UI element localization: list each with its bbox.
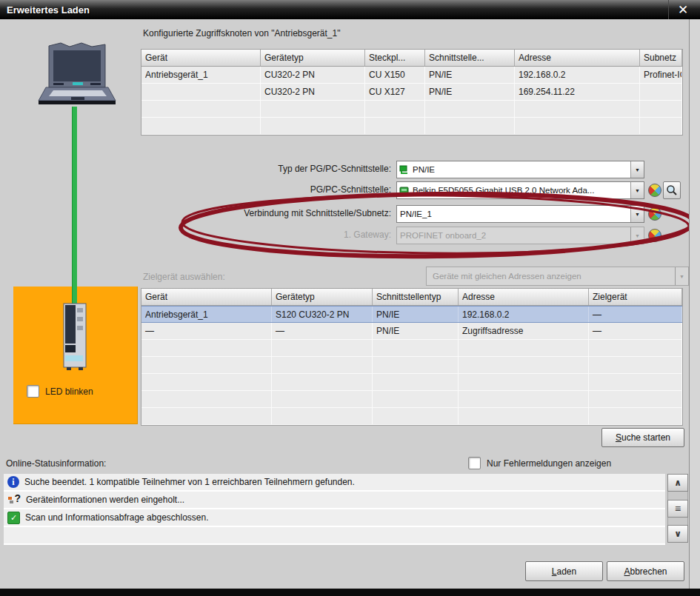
table-row-empty xyxy=(141,408,682,425)
gateway-value: PROFINET onboard_2 xyxy=(397,231,630,240)
gateway-label: 1. Gateway: xyxy=(141,230,391,240)
cell-adresse: Zugriffsadresse xyxy=(459,323,589,339)
table-row-selected[interactable]: Antriebsgerät_1 S120 CU320-2 PN PN/IE 19… xyxy=(141,306,682,323)
cell-empty xyxy=(141,408,272,424)
cell-zielgeraet: — xyxy=(589,323,682,339)
cancel-button[interactable]: Abbrechen xyxy=(607,561,684,581)
cell-empty xyxy=(373,391,459,407)
table-row-empty xyxy=(141,391,682,408)
cell-empty xyxy=(640,118,682,134)
error-filter-row: Nur Fehlermeldungen anzeigen xyxy=(468,457,611,469)
status-text: Geräteinformationen werden eingeholt... xyxy=(26,495,184,505)
cell-empty xyxy=(425,101,515,117)
cell-empty xyxy=(373,357,459,373)
cell-adresse: 192.168.0.2 xyxy=(515,67,640,83)
pnie-icon xyxy=(399,164,410,175)
cell-empty xyxy=(515,118,640,134)
led-blink-checkbox[interactable] xyxy=(27,385,39,398)
scroll-up-button[interactable]: ∧ xyxy=(667,474,688,492)
success-check-icon: ✓ xyxy=(7,512,20,524)
status-row: ? Geräteinformationen werden eingeholt..… xyxy=(4,492,665,509)
errors-only-checkbox[interactable] xyxy=(468,457,481,469)
column-header[interactable]: Gerät xyxy=(141,289,272,305)
load-button[interactable]: Laden xyxy=(525,561,603,581)
table-row-empty xyxy=(141,374,682,391)
table-row-empty xyxy=(141,118,682,135)
cell-adresse: 192.168.0.2 xyxy=(459,307,589,322)
cell-empty xyxy=(459,391,589,407)
cell-schnittstelle: PN/IE xyxy=(425,67,515,83)
close-icon[interactable]: ✕ xyxy=(668,0,697,19)
start-search-button[interactable]: Suche starten xyxy=(601,428,684,447)
network-adapter-icon xyxy=(399,185,410,195)
subnet-connection-dropdown[interactable]: PN/IE_1 ▼ xyxy=(396,205,644,223)
cell-empty xyxy=(589,357,682,373)
cell-empty xyxy=(365,101,425,117)
target-select-label: Zielgerät auswählen: xyxy=(143,272,225,282)
chevron-down-icon[interactable]: ▼ xyxy=(630,161,644,178)
cell-empty xyxy=(589,391,682,407)
chevron-down-icon[interactable]: ▼ xyxy=(630,182,644,198)
status-text: Suche beendet. 1 kompatible Teilnehmer v… xyxy=(24,477,355,487)
browse-magnifier-button[interactable] xyxy=(663,181,681,199)
online-status-label: Online-Statusinformation: xyxy=(6,458,106,469)
cell-zielgeraet: — xyxy=(589,307,682,322)
message-list-button[interactable]: ≡ xyxy=(667,500,688,518)
cell-empty xyxy=(589,340,682,356)
column-header[interactable]: Zielgerät xyxy=(589,289,682,305)
red-circle-annotation xyxy=(176,190,698,261)
pgpc-type-dropdown[interactable]: PN/IE ▼ xyxy=(396,161,644,178)
column-header[interactable]: Schnittstellentyp xyxy=(373,289,459,305)
cell-empty xyxy=(272,374,373,390)
cell-empty xyxy=(589,374,682,390)
cell-geraet: — xyxy=(141,323,272,339)
window-right-edge xyxy=(689,19,700,589)
chevron-down-icon: ▼ xyxy=(630,227,644,244)
column-header[interactable]: Gerätetyp xyxy=(272,289,373,305)
chevron-down-icon: ▼ xyxy=(675,267,688,285)
table-row[interactable]: — — PN/IE Zugriffsadresse — xyxy=(141,323,682,340)
device-query-icon: ? xyxy=(7,494,21,506)
cell-steckplatz: CU X127 xyxy=(365,84,425,100)
cell-geraet: Antriebsgerät_1 xyxy=(141,307,272,322)
column-header[interactable]: Adresse xyxy=(515,50,640,66)
cell-geraetetyp: — xyxy=(272,323,373,339)
cell-geraetetyp: S120 CU320-2 PN xyxy=(272,307,373,322)
chevron-down-icon[interactable]: ▼ xyxy=(630,206,644,222)
column-header[interactable]: Subnetz xyxy=(640,50,682,66)
column-header[interactable]: Schnittstelle... xyxy=(425,50,515,66)
cell-empty xyxy=(141,118,261,134)
load-button-label: Laden xyxy=(552,566,576,577)
network-status-icon xyxy=(648,207,661,221)
subnet-connection-label: Verbindung mit Schnittstelle/Subnetz: xyxy=(141,208,391,218)
chevron-down-icon: ∨ xyxy=(674,529,681,539)
scroll-down-button[interactable]: ∨ xyxy=(667,525,688,543)
target-devices-table: Gerät Gerätetyp Schnittstellentyp Adress… xyxy=(141,288,683,426)
led-blink-label: LED blinken xyxy=(45,386,93,397)
table-row[interactable]: CU320-2 PN CU X127 PN/IE 169.254.11.22 xyxy=(141,84,682,101)
column-header[interactable]: Gerät xyxy=(141,50,261,66)
column-header[interactable]: Steckpl... xyxy=(365,50,425,66)
cell-empty xyxy=(272,408,373,424)
network-cable xyxy=(72,107,77,308)
drive-device-icon xyxy=(58,301,92,373)
table-row[interactable]: Antriebsgerät_1 CU320-2 PN CU X150 PN/IE… xyxy=(141,67,682,84)
pgpc-interface-dropdown[interactable]: Belkin F5D5055 Gigabit USB 2.0 Network A… xyxy=(396,181,644,199)
table-header-row: Gerät Gerätetyp Schnittstellentyp Adress… xyxy=(141,289,682,306)
cell-steckplatz: CU X150 xyxy=(365,67,425,83)
network-status-icon xyxy=(648,184,661,197)
status-row-empty xyxy=(4,527,665,545)
cell-empty xyxy=(640,101,682,117)
pgpc-interface-value: Belkin F5D5055 Gigabit USB 2.0 Network A… xyxy=(410,186,630,195)
status-text: Scan und Informationsabfrage abgeschloss… xyxy=(25,512,209,523)
column-header[interactable]: Gerätetyp xyxy=(261,50,365,66)
led-blink-row: LED blinken xyxy=(27,385,93,398)
cell-empty xyxy=(459,340,589,356)
column-header[interactable]: Adresse xyxy=(459,289,589,305)
cell-geraet xyxy=(141,84,261,100)
window-title: Erweitertes Laden xyxy=(0,4,90,16)
cell-empty xyxy=(459,408,589,424)
cell-empty xyxy=(425,118,515,134)
cell-empty xyxy=(261,101,365,117)
table-row-empty xyxy=(141,101,682,118)
